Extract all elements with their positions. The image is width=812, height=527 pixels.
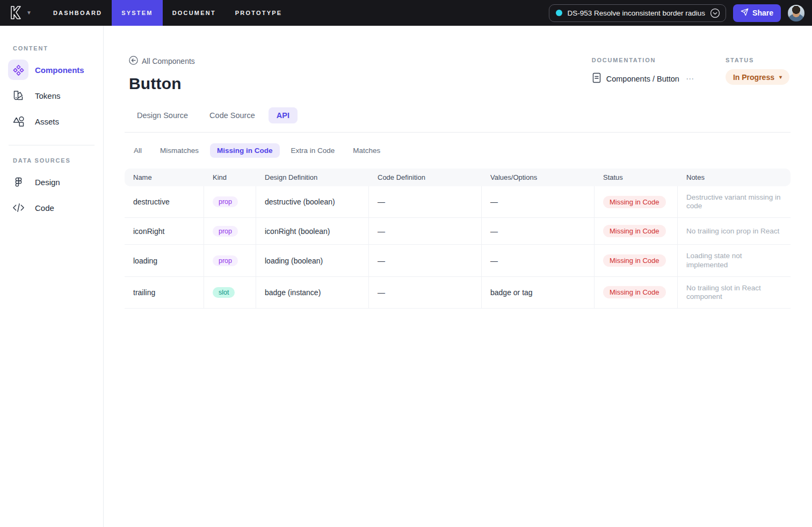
cell-design-definition: loading (boolean)	[256, 245, 369, 276]
sidebar-item-label: Tokens	[35, 91, 61, 100]
cell-code-definition: —	[369, 277, 482, 308]
column-header-code-definition: Code Definition	[369, 169, 482, 186]
tab-api[interactable]: API	[269, 107, 298, 123]
status-label: STATUS	[726, 57, 789, 63]
filter-missing-in-code[interactable]: Missing in Code	[210, 143, 280, 158]
cell-status: Missing in Code	[595, 218, 678, 244]
tab-design-source[interactable]: Design Source	[129, 107, 196, 123]
cell-design-definition: destructive (boolean)	[256, 186, 369, 217]
column-header-notes: Notes	[678, 169, 791, 186]
sidebar-item-design[interactable]: Design	[0, 169, 103, 195]
cell-code-definition: —	[369, 245, 482, 276]
back-to-all-components-link[interactable]: All Components	[129, 56, 298, 67]
sidebar-divider	[9, 145, 95, 145]
ticket-status-dot	[556, 10, 562, 16]
sidebar-item-label: Components	[35, 65, 84, 75]
ticket-label: DS-953 Resolve inconsistent border radiu…	[567, 9, 705, 17]
sidebar-item-label: Design	[35, 178, 60, 187]
sidebar-item-code[interactable]: Code	[0, 195, 103, 221]
back-link-label: All Components	[142, 57, 195, 65]
nav-item-document[interactable]: DOCUMENT	[163, 0, 226, 26]
status-badge: Missing in Code	[603, 225, 666, 237]
sidebar-item-components[interactable]: Components	[0, 57, 103, 83]
nav-item-prototype[interactable]: PROTOTYPE	[226, 0, 292, 26]
table-row-destructive[interactable]: destructivepropdestructive (boolean)——Mi…	[125, 186, 791, 218]
kind-badge: prop	[213, 255, 238, 266]
kind-badge: prop	[213, 226, 238, 237]
cell-kind: prop	[204, 218, 256, 244]
filter-extra-in-code[interactable]: Extra in Code	[284, 143, 342, 158]
status-block: STATUS In Progress ▾	[726, 57, 789, 85]
cell-name: destructive	[125, 186, 204, 217]
column-header-values-options: Values/Options	[482, 169, 595, 186]
table-row-loading[interactable]: loadingproploading (boolean)——Missing in…	[125, 245, 791, 276]
cell-kind: prop	[204, 186, 256, 217]
table-row-iconRight[interactable]: iconRightpropiconRight (boolean)——Missin…	[125, 218, 791, 245]
cell-kind: prop	[204, 245, 256, 276]
filter-matches[interactable]: Matches	[346, 143, 387, 158]
table-header-row: NameKindDesign DefinitionCode Definition…	[125, 169, 791, 186]
logo-chevron-down-icon[interactable]: ▼	[26, 10, 32, 16]
code-icon	[8, 197, 28, 218]
cell-design-definition: badge (instance)	[256, 277, 369, 308]
share-button-label: Share	[752, 9, 773, 17]
status-dropdown[interactable]: In Progress ▾	[726, 69, 789, 85]
ticket-selector[interactable]: DS-953 Resolve inconsistent border radiu…	[549, 4, 726, 22]
status-badge: Missing in Code	[603, 286, 666, 298]
page-title: Button	[129, 75, 298, 93]
filter-mismatches[interactable]: Mismatches	[153, 143, 206, 158]
header-divider	[125, 132, 791, 133]
kind-badge: prop	[213, 196, 238, 207]
sidebar-item-assets[interactable]: Assets	[0, 108, 103, 134]
cell-name: iconRight	[125, 218, 204, 244]
cell-notes: No trailing slot in React component	[678, 277, 791, 308]
cell-code-definition: —	[369, 218, 482, 244]
sidebar-item-label: Code	[35, 203, 54, 213]
sidebar-item-tokens[interactable]: Tokens	[0, 83, 103, 108]
cell-kind: slot	[204, 277, 256, 308]
sidebar-section-label: CONTENT	[13, 45, 103, 52]
status-badge: Missing in Code	[603, 254, 666, 267]
cell-values-options: —	[482, 218, 595, 244]
nav-item-system[interactable]: SYSTEM	[112, 0, 162, 26]
arrow-left-circle-icon	[129, 56, 138, 67]
cell-status: Missing in Code	[595, 186, 678, 217]
cell-name: trailing	[125, 277, 204, 308]
tab-code-source[interactable]: Code Source	[201, 107, 263, 123]
tokens-icon	[8, 85, 28, 106]
cell-design-definition: iconRight (boolean)	[256, 218, 369, 244]
cell-values-options: badge or tag	[482, 277, 595, 308]
send-icon	[741, 8, 749, 18]
column-header-status: Status	[595, 169, 678, 186]
design-icon	[8, 172, 28, 192]
ticket-chevron-circle-icon[interactable]	[710, 8, 720, 18]
document-icon	[592, 72, 601, 85]
cell-notes: Destructive variant missing in code	[678, 186, 791, 217]
cell-code-definition: —	[369, 186, 482, 217]
app-logo-icon[interactable]	[9, 5, 23, 21]
nav-item-dashboard[interactable]: DASHBOARD	[44, 0, 112, 26]
cell-notes: Loading state not implemented	[678, 245, 791, 276]
sidebar: CONTENTComponentsTokensAssetsDATA SOURCE…	[0, 26, 104, 527]
main-content: All Components Button Design SourceCode …	[104, 26, 812, 527]
documentation-label: DOCUMENTATION	[592, 57, 694, 63]
filter-all[interactable]: All	[127, 143, 149, 158]
source-tabs: Design SourceCode SourceAPI	[129, 107, 298, 123]
cell-values-options: —	[482, 245, 595, 276]
kind-badge: slot	[213, 287, 235, 298]
user-avatar[interactable]	[788, 5, 804, 21]
cell-name: loading	[125, 245, 204, 276]
filter-tabs: AllMismatchesMissing in CodeExtra in Cod…	[127, 143, 791, 158]
cell-status: Missing in Code	[595, 277, 678, 308]
table-row-trailing[interactable]: trailingslotbadge (instance)—badge or ta…	[125, 277, 791, 309]
components-icon	[8, 60, 28, 80]
assets-icon	[8, 111, 28, 131]
column-header-design-definition: Design Definition	[256, 169, 369, 186]
sidebar-item-label: Assets	[35, 117, 59, 126]
sidebar-section-label: DATA SOURCES	[13, 157, 103, 164]
column-header-kind: Kind	[204, 169, 256, 186]
share-button[interactable]: Share	[733, 4, 781, 22]
api-comparison-table: NameKindDesign DefinitionCode Definition…	[125, 169, 791, 309]
documentation-more-button[interactable]: ⋯	[686, 74, 694, 84]
documentation-link[interactable]: Components / Button	[606, 75, 679, 83]
